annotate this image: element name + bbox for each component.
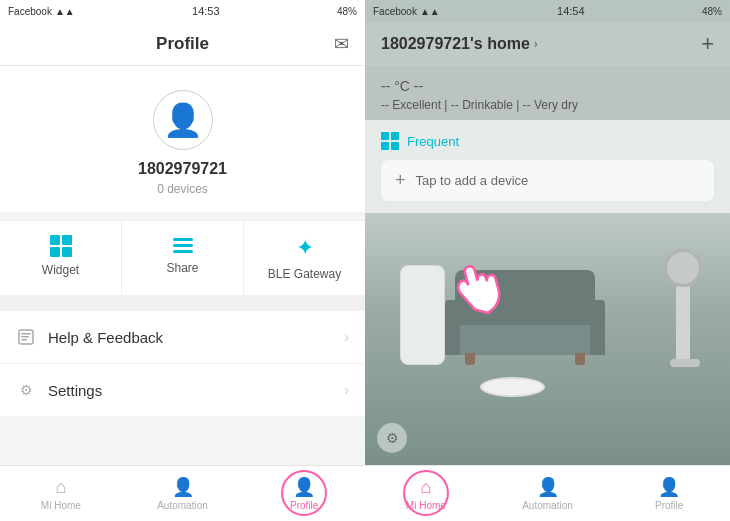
home-chevron-icon: ›	[534, 37, 538, 51]
automation-tab-right[interactable]: 👤 Automation	[487, 466, 609, 521]
email-icon[interactable]: ✉	[334, 33, 349, 55]
sofa-leg-left	[465, 353, 475, 365]
profile-header: Profile ✉	[0, 22, 365, 66]
status-left-right: Facebook ▲▲	[373, 6, 440, 17]
username: 1802979721	[138, 160, 227, 178]
help-feedback-label: Help & Feedback	[48, 329, 344, 346]
weather-section: -- °C -- -- Excellent | -- Drinkable | -…	[365, 66, 730, 120]
temperature-display: -- °C --	[381, 78, 714, 94]
user-icon: 👤	[163, 101, 203, 139]
automation-icon-right: 👤	[537, 476, 559, 498]
automation-label-right: Automation	[522, 500, 573, 511]
active-indicator	[281, 470, 327, 516]
devices-count: 0 devices	[157, 182, 208, 196]
status-bar-right: Facebook ▲▲ 14:54 48%	[365, 0, 730, 22]
settings-label: Settings	[48, 382, 344, 399]
active-indicator-right	[403, 470, 449, 516]
profile-label-right: Profile	[655, 500, 683, 511]
sofa-arm-right	[590, 300, 605, 355]
svg-rect-2	[173, 250, 193, 253]
profile-icon-right: 👤	[658, 476, 680, 498]
share-button[interactable]: Share	[122, 221, 244, 295]
home-header: 1802979721's home › +	[365, 22, 730, 66]
add-device-button[interactable]: + Tap to add a device	[381, 160, 714, 201]
share-icon	[171, 235, 195, 255]
avatar[interactable]: 👤	[153, 90, 213, 150]
facebook-label-right: Facebook	[373, 6, 417, 17]
ble-gateway-button[interactable]: ✦ BLE Gateway	[244, 221, 365, 295]
status-right-left: 48%	[337, 6, 357, 17]
widget-icon	[50, 235, 72, 257]
bluetooth-icon: ✦	[296, 235, 314, 261]
room-settings-button[interactable]: ⚙	[377, 423, 407, 453]
time-right: 14:54	[557, 5, 585, 17]
battery-icon-right: 48%	[702, 6, 722, 17]
status-bar-left: Facebook ▲▲ 14:53 48%	[0, 0, 365, 22]
home-title-text: 1802979721's home	[381, 35, 530, 53]
svg-rect-1	[173, 244, 193, 247]
widget-button[interactable]: Widget	[0, 221, 122, 295]
separator1	[0, 303, 365, 311]
menu-section: Help & Feedback › ⚙ Settings ›	[0, 311, 365, 417]
left-phone: Facebook ▲▲ 14:53 48% Profile ✉ 👤 180297…	[0, 0, 365, 521]
help-feedback-item[interactable]: Help & Feedback ›	[0, 311, 365, 364]
right-phone: Facebook ▲▲ 14:54 48% 1802979721's home …	[365, 0, 730, 521]
battery-icon: 48%	[337, 6, 357, 17]
fan-stand	[670, 359, 700, 367]
add-device-text: Tap to add a device	[416, 173, 529, 188]
automation-icon-left: 👤	[172, 476, 194, 498]
fan-head	[664, 249, 702, 287]
status-right-right: 48%	[702, 6, 722, 17]
bottom-nav-right: ⌂ Mi Home 👤 Automation 👤 Profile	[365, 465, 730, 521]
profile-tab-right[interactable]: 👤 Profile	[608, 466, 730, 521]
automation-label-left: Automation	[157, 500, 208, 511]
signal-icon-right: ▲▲	[420, 6, 440, 17]
svg-rect-0	[173, 238, 193, 241]
header-title: Profile	[156, 34, 209, 54]
mihome-tab-right[interactable]: ⌂ Mi Home	[365, 466, 487, 521]
share-label: Share	[166, 261, 198, 275]
mihome-tab-left[interactable]: ⌂ Mi Home	[0, 466, 122, 521]
signal-icon: ▲▲	[55, 6, 75, 17]
settings-icon: ⚙	[16, 380, 36, 400]
frequent-grid-icon	[381, 132, 399, 150]
svg-rect-6	[21, 339, 27, 341]
add-home-button[interactable]: +	[701, 31, 714, 57]
frequent-section: Frequent + Tap to add a device	[365, 120, 730, 213]
home-title: 1802979721's home ›	[381, 35, 538, 53]
air-quality-display: -- Excellent | -- Drinkable | -- Very dr…	[381, 98, 714, 112]
status-left: Facebook ▲▲	[8, 6, 75, 17]
help-icon	[16, 327, 36, 347]
ble-gateway-label: BLE Gateway	[268, 267, 341, 281]
sofa-leg-right	[575, 353, 585, 365]
settings-chevron-icon: ›	[344, 382, 349, 398]
fan-base	[676, 285, 690, 365]
mihome-label-left: Mi Home	[41, 500, 81, 511]
facebook-label: Facebook	[8, 6, 52, 17]
settings-item[interactable]: ⚙ Settings ›	[0, 364, 365, 417]
svg-rect-4	[21, 333, 31, 335]
profile-section: 👤 1802979721 0 devices	[0, 66, 365, 212]
help-chevron-icon: ›	[344, 329, 349, 345]
frequent-header: Frequent	[381, 132, 714, 150]
svg-rect-5	[21, 336, 29, 338]
mihome-icon-left: ⌂	[55, 477, 66, 498]
automation-tab-left[interactable]: 👤 Automation	[122, 466, 244, 521]
quick-actions: Widget Share ✦ BLE Gateway	[0, 220, 365, 303]
room-scene: ⚙	[365, 213, 730, 465]
time-left: 14:53	[192, 5, 220, 17]
add-device-plus-icon: +	[395, 170, 406, 191]
frequent-label: Frequent	[407, 134, 459, 149]
robot-vacuum	[480, 377, 545, 397]
air-purifier	[400, 265, 445, 365]
widget-label: Widget	[42, 263, 79, 277]
profile-tab-left[interactable]: 👤 Profile	[243, 466, 365, 521]
bottom-nav-left: ⌂ Mi Home 👤 Automation 👤 Profile	[0, 465, 365, 521]
